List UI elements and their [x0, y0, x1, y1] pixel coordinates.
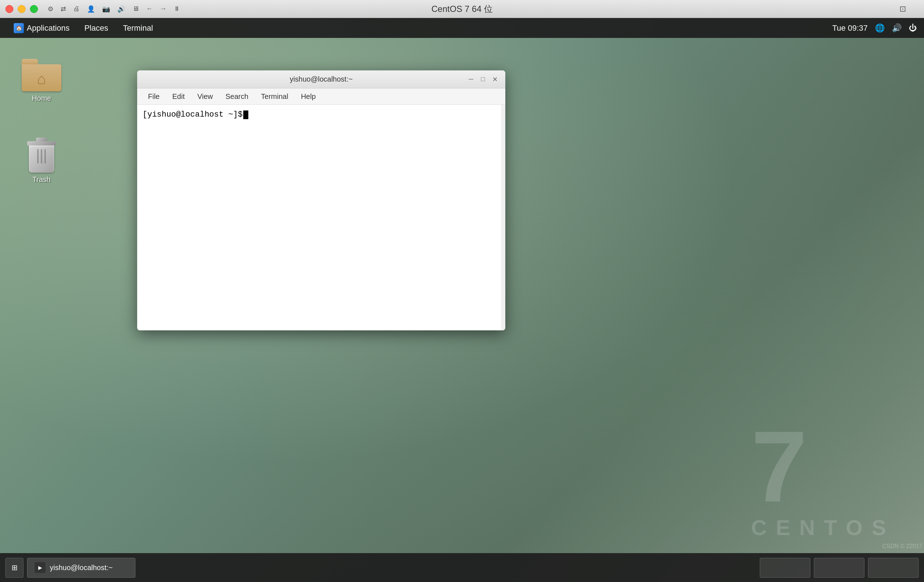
terminal-maximize-button[interactable]: □ [478, 74, 488, 84]
vm-maximize-button[interactable] [30, 5, 38, 13]
vm-camera-icon[interactable]: 📷 [102, 5, 110, 13]
trash-icon-label: Trash [33, 175, 51, 184]
terminal-body[interactable]: [yishuo@localhost ~]$ [137, 105, 505, 331]
vm-bidirectional-icon[interactable]: ⇄ [61, 5, 66, 13]
vm-title: CentOS 7 64 位 [431, 3, 492, 15]
centos-version-number: 7 [751, 416, 895, 517]
home-house-symbol: ⌂ [37, 70, 46, 88]
gnome-terminal-menu[interactable]: Terminal [117, 21, 160, 36]
vm-print-icon[interactable]: 🖨 [73, 5, 80, 13]
gnome-bar-right: Tue 09:37 🌐 🔊 ⏻ [832, 23, 917, 33]
gnome-clock: Tue 09:37 [832, 23, 868, 33]
terminal-close-button[interactable]: ✕ [490, 74, 500, 84]
desktop-icon-trash[interactable]: Trash [18, 137, 65, 187]
gnome-applications-menu[interactable]: 🏠 Applications [7, 20, 76, 36]
taskbar-btn-1[interactable] [760, 558, 810, 578]
gnome-places-menu[interactable]: Places [78, 21, 115, 36]
home-folder-icon: ⌂ [21, 59, 61, 91]
taskbar-btn-2[interactable] [814, 558, 865, 578]
vm-settings-icon[interactable]: ⚙ [48, 5, 53, 13]
vm-display-icon[interactable]: 🖥 [132, 5, 139, 13]
terminal-menu-help[interactable]: Help [295, 91, 321, 103]
show-desktop-icon: ⊞ [12, 563, 18, 572]
show-desktop-button[interactable]: ⊞ [5, 558, 23, 578]
taskbar-btn-3[interactable] [868, 558, 919, 578]
taskbar-terminal-window[interactable]: ▶ yishuo@localhost:~ [27, 558, 135, 578]
vm-toolbar: ⚙ ⇄ 🖨 👤 📷 🔊 🖥 ← → ⏸ CentOS 7 64 位 ⊡ [0, 0, 924, 18]
terminal-window-title: yishuo@localhost:~ [290, 75, 353, 83]
applications-icon: 🏠 [14, 23, 24, 33]
gnome-bar-left: 🏠 Applications Places Terminal [7, 20, 160, 36]
volume-icon[interactable]: 🔊 [892, 23, 902, 33]
terminal-prompt-text: [yishuo@localhost ~]$ [143, 110, 243, 119]
vm-minimize-button[interactable] [18, 5, 26, 13]
terminal-menu-file[interactable]: File [143, 91, 165, 103]
taskbar-terminal-label: yishuo@localhost:~ [50, 564, 112, 572]
bottom-taskbar: ⊞ ▶ yishuo@localhost:~ [0, 553, 924, 582]
gnome-top-bar: 🏠 Applications Places Terminal Tue 09:37… [0, 18, 924, 38]
terminal-menubar: File Edit View Search Terminal Help [137, 88, 505, 105]
terminal-menu-terminal[interactable]: Terminal [256, 91, 294, 103]
home-icon-label: Home [32, 94, 51, 103]
terminal-menu-search[interactable]: Search [220, 91, 254, 103]
terminal-menu-edit[interactable]: Edit [167, 91, 190, 103]
vm-audio-icon[interactable]: 🔊 [117, 5, 125, 13]
vm-close-button[interactable] [5, 5, 13, 13]
taskbar-terminal-icon: ▶ [35, 562, 46, 573]
terminal-titlebar: yishuo@localhost:~ ─ □ ✕ [137, 70, 505, 88]
terminal-minimize-button[interactable]: ─ [466, 74, 476, 84]
centos-watermark: 7 CENTOS [751, 416, 895, 539]
terminal-menu-view[interactable]: View [192, 91, 218, 103]
terminal-window: yishuo@localhost:~ ─ □ ✕ File Edit View … [137, 70, 505, 331]
terminal-window-buttons: ─ □ ✕ [466, 74, 500, 84]
desktop-icon-home[interactable]: ⌂ Home [18, 56, 65, 106]
vm-pause-icon[interactable]: ⏸ [173, 5, 180, 13]
centos-name: CENTOS [751, 517, 895, 539]
applications-label: Applications [27, 23, 70, 33]
vm-toolbar-right[interactable]: ⊡ [899, 4, 906, 14]
vm-forward-icon[interactable]: → [160, 5, 167, 13]
vm-toolbar-icons: ⚙ ⇄ 🖨 👤 📷 🔊 🖥 ← → ⏸ [48, 5, 180, 13]
terminal-cursor [243, 111, 248, 119]
vm-profile-icon[interactable]: 👤 [87, 5, 95, 13]
network-icon[interactable]: 🌐 [875, 23, 884, 33]
csdn-watermark: CSDN © 22017 [882, 543, 922, 549]
power-icon[interactable]: ⏻ [909, 23, 917, 33]
vm-back-icon[interactable]: ← [146, 5, 153, 13]
trash-can-icon [25, 140, 58, 173]
taskbar-right-area [760, 558, 919, 578]
terminal-prompt-line: [yishuo@localhost ~]$ [143, 110, 500, 119]
terminal-scrollbar[interactable] [501, 105, 505, 331]
